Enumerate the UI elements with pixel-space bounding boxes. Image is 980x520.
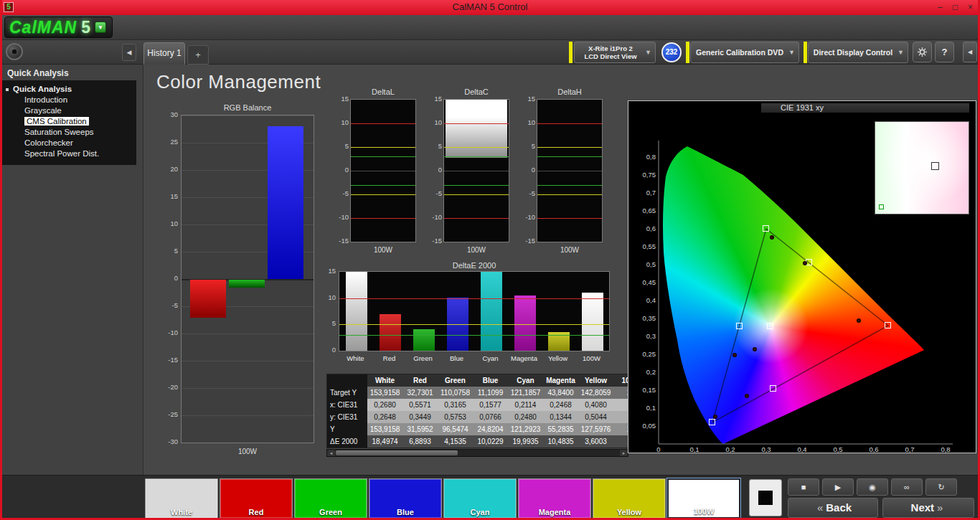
reference-line [339,324,609,325]
table-cell: 121,2923 [508,423,543,435]
logo-dropdown-icon[interactable]: ▼ [95,22,106,33]
table-cell: 10,4835 [543,435,578,448]
reference-line [351,194,415,195]
reference-line [444,123,509,124]
sidebar-item-cms-calibration[interactable]: CMS Calibration [0,116,136,127]
bar-green [413,329,435,351]
table-column-header: Magenta [543,374,578,387]
source-dropdown[interactable]: Generic Calibration DVD ▼ [690,42,799,63]
record-button[interactable]: ◉ [857,478,888,496]
pattern-swatch-magenta[interactable]: Magenta [518,478,591,519]
table-horizontal-scrollbar[interactable]: ◂ ▸ [326,449,628,457]
question-icon: ? [942,47,948,57]
meter-count-badge[interactable]: 232 [661,42,682,62]
help-button[interactable]: ? [935,42,954,62]
pattern-swatch-cyan[interactable]: Cyan [443,478,517,519]
window-title: CalMAN 5 Control [0,1,980,12]
reference-line [444,156,509,157]
y-axis-tick-label: 15 [321,267,336,275]
table-cell: 4,1535 [438,435,473,448]
y-axis-tick-label: -10 [425,213,442,221]
y-axis-tick-label: -10 [161,328,178,336]
sidebar-item-spectral-power-dist[interactable]: Spectral Power Dist. [0,148,136,159]
y-axis-tick-label: 0,4 [634,296,656,304]
bar-blue [268,126,303,279]
measured-point-blue [713,415,717,419]
reference-line [444,218,509,219]
settings-button[interactable] [913,42,932,62]
close-button[interactable]: × [968,0,973,15]
cie-1931-chart: CIE 1931 xy 0,80,750,70,650,60,550,50,45… [628,100,976,453]
scroll-left-arrow-icon[interactable]: ◂ [327,450,335,456]
chart-title: RGB Balance [181,103,314,112]
stop-button[interactable]: ■ [788,478,819,496]
sidebar-item-colorchecker[interactable]: Colorchecker [0,138,136,148]
table-row-label: x: CIE31 [327,399,367,411]
y-axis-tick-label: -30 [161,438,178,445]
delta-e-plot [339,271,610,351]
reference-line [537,185,602,186]
display-dropdown[interactable]: Direct Display Control ▼ [808,42,908,63]
meter-dropdown[interactable]: X-Rite i1Pro 2 LCD Direct View ▼ [574,42,656,63]
logo-text: CalMAN [9,18,77,37]
pattern-swatch-100w[interactable]: 100W [667,478,740,519]
y-axis-tick-label: 0,35 [634,314,656,322]
x-axis-label: 100W [443,246,509,254]
pattern-swatch-yellow[interactable]: Yellow [593,478,666,519]
play-button[interactable]: ▶ [822,478,854,496]
table-cell: 0,4080 [578,399,613,411]
white-point-target-marker [931,162,939,170]
table-cell: 11 [613,435,628,448]
maximize-button[interactable]: □ [953,0,958,15]
reference-line [537,156,602,157]
y-axis-tick-label: 0,2 [634,368,656,376]
sidebar-item-introduction[interactable]: Introduction [0,95,136,105]
table-column-header: Red [402,374,438,387]
table-column-header: 100W [613,374,628,387]
add-tab-button[interactable]: + [187,45,209,65]
scrollbar-thumb[interactable] [336,450,458,455]
back-button[interactable]: «Back [788,498,878,518]
continuous-button[interactable]: ∞ [891,478,923,496]
table-cell: 18,4974 [367,435,402,448]
bar-magenta [514,296,536,351]
panel-expand-button[interactable]: ◀ [963,42,977,62]
next-label: Next [911,501,935,514]
sidebar-item-grayscale[interactable]: Grayscale [0,105,136,116]
tab-history-1[interactable]: History 1 [143,42,185,65]
pattern-swatch-green[interactable]: Green [294,478,367,519]
measured-point-cyan [732,353,737,357]
scroll-right-arrow-icon[interactable]: ▸ [620,450,628,456]
y-axis-tick-label: 0 [425,166,442,174]
y-axis: 151050-5-10-15 [331,99,349,242]
minimize-button[interactable]: – [938,0,943,15]
pattern-swatch-white[interactable]: White [145,478,218,519]
sidebar-collapse-button[interactable]: ◀ [122,44,136,61]
pattern-swatch-blue[interactable]: Blue [369,478,442,519]
table-cell: 110,0758 [438,387,473,399]
sidebar-item-saturation-sweeps[interactable]: Saturation Sweeps [0,127,136,138]
x-axis-label: 100W [350,246,416,254]
loop-button[interactable]: ↻ [925,478,957,496]
bar-white [346,272,367,351]
meter-status-bar [569,42,573,63]
target-marker-cyan [736,323,743,329]
pattern-swatch-red[interactable]: Red [220,478,293,519]
sidebar-item-quick-analysis[interactable]: Quick Analysis [0,84,136,95]
pattern-window-button[interactable] [749,479,782,516]
table-cell: 24,8204 [473,423,508,435]
next-button[interactable]: Next» [882,498,974,518]
swatch-label: 100W [669,507,739,516]
table-cell: 0,2480 [508,411,543,423]
zero-line [537,171,602,171]
table-cell: 55,2835 [543,423,578,435]
display-status-bar [804,42,807,63]
reference-line [537,123,602,124]
swatch-label: Magenta [519,508,590,516]
y-axis-tick-label: 0,7 [634,189,656,197]
y-axis-tick-label: 15 [518,95,535,103]
table-cell: 0,2648 [367,411,402,423]
y-axis-tick-label: 5 [518,142,535,150]
workflow-knob-button[interactable] [6,43,23,60]
delta-c-chart: DeltaC 151050-5-10-15 100W [425,88,512,258]
